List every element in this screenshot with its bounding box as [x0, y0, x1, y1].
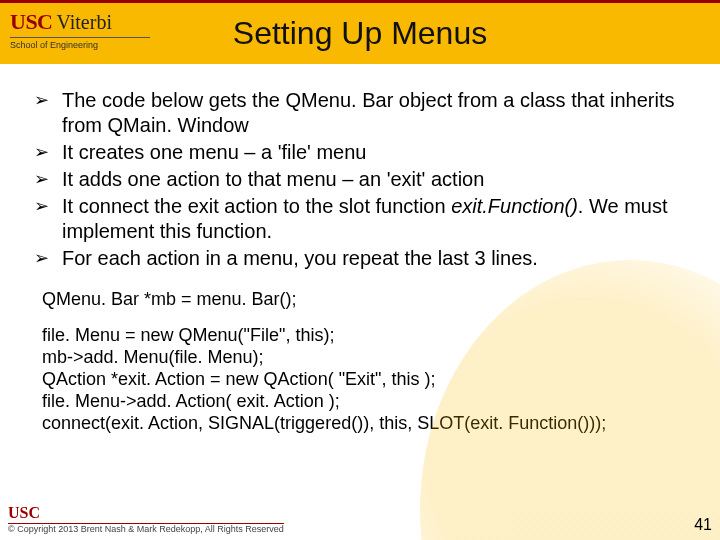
bullet-item: ➢ For each action in a menu, you repeat … — [34, 246, 686, 271]
code-line: file. Menu->add. Action( exit. Action ); — [42, 391, 686, 413]
usc-small-logo: USC — [8, 504, 284, 524]
viterbi-text: Viterbi — [57, 11, 112, 34]
bullet-text: The code below gets the QMenu. Bar objec… — [62, 88, 686, 138]
page-number: 41 — [694, 516, 712, 534]
bullet-pre: It connect the exit action to the slot f… — [62, 195, 451, 217]
code-line: connect(exit. Action, SIGNAL(triggered()… — [42, 413, 686, 435]
bullet-text: It adds one action to that menu – an 'ex… — [62, 167, 686, 192]
usc-viterbi-logo: USC Viterbi — [10, 9, 112, 35]
bullet-text: For each action in a menu, you repeat th… — [62, 246, 686, 271]
bullet-text: It connect the exit action to the slot f… — [62, 194, 686, 244]
code-line: file. Menu = new QMenu("File", this); — [42, 325, 686, 347]
school-line: School of Engineering — [10, 37, 150, 50]
code-group-1: QMenu. Bar *mb = menu. Bar(); — [42, 289, 686, 311]
bullet-arrow-icon: ➢ — [34, 167, 52, 192]
footer: USC © Copyright 2013 Brent Nash & Mark R… — [8, 504, 712, 534]
bullet-item: ➢ It connect the exit action to the slot… — [34, 194, 686, 244]
bullet-arrow-icon: ➢ — [34, 140, 52, 165]
code-line: mb->add. Menu(file. Menu); — [42, 347, 686, 369]
code-group-2: file. Menu = new QMenu("File", this); mb… — [42, 325, 686, 435]
code-block: QMenu. Bar *mb = menu. Bar(); file. Menu… — [42, 289, 686, 435]
usc-mark: USC — [10, 9, 53, 35]
bullet-item: ➢ The code below gets the QMenu. Bar obj… — [34, 88, 686, 138]
copyright-text: © Copyright 2013 Brent Nash & Mark Redek… — [8, 524, 284, 534]
bullet-arrow-icon: ➢ — [34, 194, 52, 244]
code-line: QMenu. Bar *mb = menu. Bar(); — [42, 289, 686, 311]
bullet-item: ➢ It adds one action to that menu – an '… — [34, 167, 686, 192]
bullet-list: ➢ The code below gets the QMenu. Bar obj… — [0, 64, 720, 277]
code-line: QAction *exit. Action = new QAction( "Ex… — [42, 369, 686, 391]
bullet-text: It creates one menu – a 'file' menu — [62, 140, 686, 165]
slide-title: Setting Up Menus — [233, 15, 487, 52]
bullet-item: ➢ It creates one menu – a 'file' menu — [34, 140, 686, 165]
footer-left: USC © Copyright 2013 Brent Nash & Mark R… — [8, 504, 284, 534]
bullet-arrow-icon: ➢ — [34, 246, 52, 271]
bullet-em: exit.Function() — [451, 195, 578, 217]
bullet-arrow-icon: ➢ — [34, 88, 52, 138]
header-band: USC Viterbi School of Engineering Settin… — [0, 0, 720, 64]
